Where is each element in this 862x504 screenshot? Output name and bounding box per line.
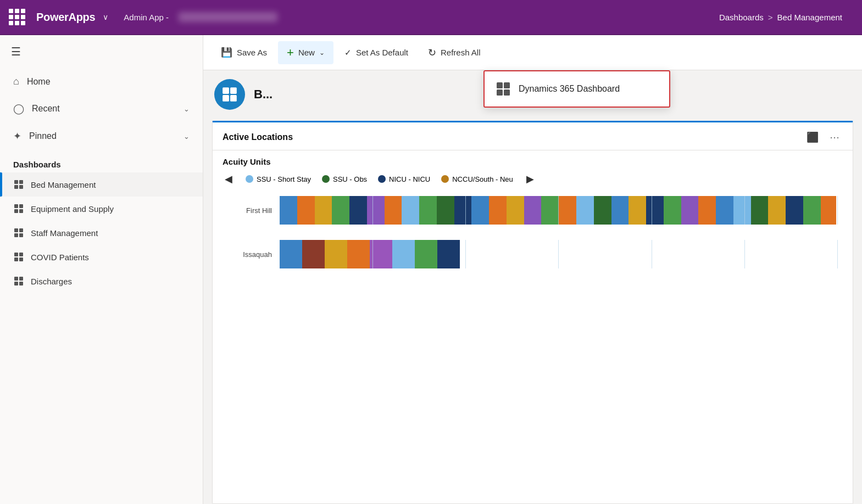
bed-management-icon [13, 179, 24, 190]
covid-patients-label: COVID Patients [31, 253, 89, 262]
sidebar-item-staff-management[interactable]: Staff Management [0, 221, 203, 245]
svg-rect-24 [223, 87, 229, 94]
app-subtitle-blurred [179, 12, 277, 22]
svg-rect-6 [14, 209, 18, 213]
legend-label-nicu: NICU - NICU [389, 175, 430, 183]
sidebar-item-equipment-supply[interactable]: Equipment and Supply [0, 197, 203, 221]
legend-dot-ssu-obs [322, 175, 330, 183]
checkmark-icon: ✓ [344, 48, 352, 58]
svg-rect-3 [19, 185, 23, 189]
svg-rect-0 [14, 180, 18, 184]
recent-chevron-icon: ⌄ [183, 105, 190, 113]
staff-icon [13, 227, 24, 238]
pinned-chevron-icon: ⌄ [183, 132, 190, 141]
svg-rect-10 [14, 233, 18, 237]
breadcrumb-page: Bed Management [777, 13, 842, 22]
pin-icon: ✦ [13, 130, 21, 142]
svg-rect-13 [19, 253, 23, 256]
sidebar-recent-label: Recent [32, 104, 60, 114]
refresh-label: Refresh All [441, 48, 481, 57]
new-chevron-icon: ⌄ [319, 49, 325, 57]
chart-card-active-locations: Active Locations ⬛ ⋯ Acuity Units ◀ SSU … [212, 121, 853, 504]
svg-rect-18 [14, 282, 18, 285]
recent-icon: ◯ [13, 103, 24, 115]
bed-management-label: Bed Management [31, 180, 96, 189]
sidebar-item-recent[interactable]: ◯ Recent ⌄ [0, 95, 203, 122]
legend-label-ssu-short-stay: SSU - Short Stay [257, 175, 311, 183]
svg-rect-27 [230, 95, 237, 102]
bar-first-hill [280, 196, 843, 225]
svg-rect-14 [14, 257, 18, 261]
svg-rect-16 [14, 277, 18, 281]
chart-legend: ◀ SSU - Short Stay SSU - Obs NICU - NICU… [213, 170, 853, 191]
svg-rect-26 [223, 95, 229, 102]
row-label-first-hill: First Hill [223, 206, 272, 215]
legend-label-nccu: NCCU/South - Neu [452, 175, 513, 183]
svg-rect-23 [504, 89, 510, 96]
set-default-button[interactable]: ✓ Set As Default [336, 43, 417, 62]
sidebar-item-covid-patients[interactable]: COVID Patients [0, 245, 203, 269]
svg-rect-12 [14, 253, 18, 256]
topbar: PowerApps ∨ Admin App - Dashboards > Bed… [0, 0, 862, 35]
brand-chevron-icon[interactable]: ∨ [103, 13, 108, 21]
chart-more-button[interactable]: ⋯ [826, 130, 843, 144]
legend-label-ssu-obs: SSU - Obs [333, 175, 367, 183]
new-label: New [298, 48, 315, 57]
refresh-all-button[interactable]: ↻ Refresh All [419, 42, 490, 63]
dashboard-title: B... [254, 87, 272, 102]
refresh-icon: ↻ [428, 47, 436, 59]
svg-rect-7 [19, 209, 23, 213]
chart-expand-button[interactable]: ⬛ [803, 130, 822, 144]
sidebar-item-home[interactable]: ⌂ Home [0, 68, 203, 95]
table-row: First Hill [223, 196, 843, 225]
breadcrumb: Dashboards > Bed Management [719, 13, 842, 22]
dashboard-avatar [214, 79, 245, 110]
dashboards-section-label: Dashboards [0, 150, 203, 172]
svg-rect-8 [14, 228, 18, 232]
set-default-label: Set As Default [356, 48, 408, 57]
toolbar: 💾 Save As + New ⌄ ✓ Set As Default ↻ Ref… [203, 35, 862, 70]
chart-subtitle: Acuity Units [213, 150, 853, 170]
sidebar-item-bed-management[interactable]: Bed Management [0, 172, 203, 197]
breadcrumb-separator: > [768, 13, 773, 22]
sidebar-pinned-label: Pinned [29, 131, 57, 141]
content-area: 💾 Save As + New ⌄ ✓ Set As Default ↻ Ref… [203, 35, 862, 504]
chart-area: First Hill [213, 191, 853, 503]
legend-item-ssu-obs: SSU - Obs [322, 175, 367, 183]
save-as-label: Save As [237, 48, 267, 57]
sidebar-item-discharges[interactable]: Discharges [0, 269, 203, 293]
bar-issaquah [280, 240, 843, 268]
sidebar-item-pinned[interactable]: ✦ Pinned ⌄ [0, 122, 203, 150]
svg-rect-17 [19, 277, 23, 281]
svg-rect-11 [19, 233, 23, 237]
chart-actions: ⬛ ⋯ [803, 130, 843, 144]
legend-prev-button[interactable]: ◀ [223, 173, 235, 185]
chart-card-header: Active Locations ⬛ ⋯ [213, 122, 853, 150]
staff-management-label: Staff Management [31, 228, 98, 238]
save-as-button[interactable]: 💾 Save As [212, 42, 276, 63]
table-row: Issaquah [223, 240, 843, 268]
breadcrumb-section[interactable]: Dashboards [719, 13, 764, 22]
equipment-supply-label: Equipment and Supply [31, 204, 114, 214]
legend-next-button[interactable]: ▶ [524, 173, 536, 185]
legend-item-nccu: NCCU/South - Neu [441, 175, 513, 183]
bar-chart: First Hill [223, 191, 843, 274]
svg-rect-2 [14, 185, 18, 189]
equipment-icon [13, 203, 24, 214]
svg-rect-15 [19, 257, 23, 261]
hamburger-menu[interactable]: ☰ [0, 35, 203, 68]
brand-name[interactable]: PowerApps [36, 11, 95, 24]
main-layout: ☰ ⌂ Home ◯ Recent ⌄ ✦ Pinned ⌄ Dashboard… [0, 35, 862, 504]
chart-title: Active Locations [223, 132, 293, 142]
new-button[interactable]: + New ⌄ [278, 41, 333, 64]
sidebar-home-label: Home [27, 77, 51, 87]
svg-rect-21 [504, 82, 510, 88]
legend-dot-nicu [378, 175, 386, 183]
svg-rect-9 [19, 228, 23, 232]
dropdown-dynamics-365[interactable]: Dynamics 365 Dashboard [485, 71, 669, 107]
waffle-menu[interactable] [9, 9, 25, 25]
sidebar: ☰ ⌂ Home ◯ Recent ⌄ ✦ Pinned ⌄ Dashboard… [0, 35, 203, 504]
discharges-icon [13, 276, 24, 287]
legend-dot-ssu-short-stay [246, 175, 253, 183]
covid-icon [13, 251, 24, 262]
